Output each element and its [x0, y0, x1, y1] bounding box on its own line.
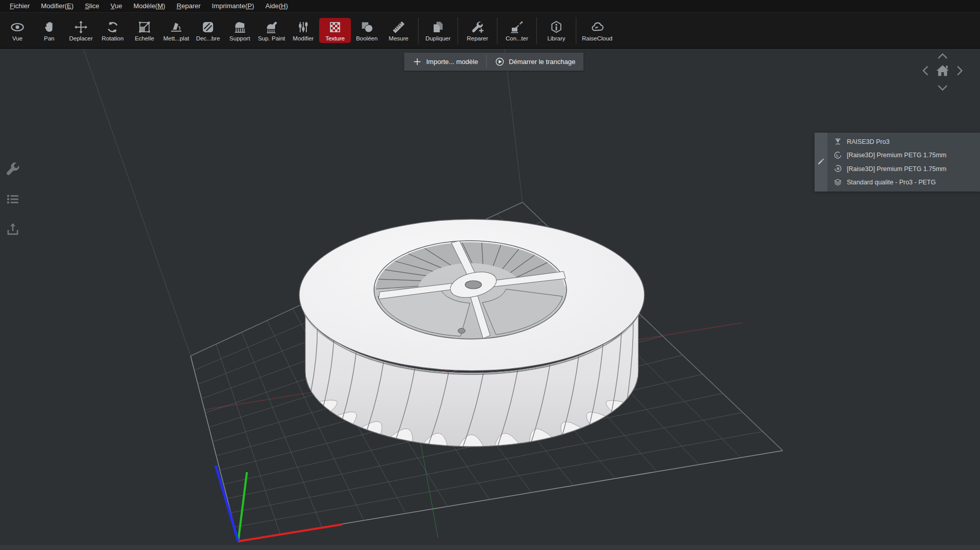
move-icon [74, 20, 88, 34]
list-icon [5, 192, 20, 207]
menu-vue[interactable]: Vue [105, 0, 128, 12]
toolbar-separator [576, 17, 576, 44]
toolbar-separator [418, 17, 419, 44]
printer-panel-row-raise3d-pro3[interactable]: RAISE3D Pro3 [827, 135, 980, 148]
toolbar-separator [457, 17, 458, 44]
panel-edit-strip[interactable] [815, 133, 827, 192]
action-button-importe-mod-le[interactable]: Importe... modèle [404, 53, 486, 71]
eye-icon [10, 20, 25, 34]
pencil-icon [817, 157, 825, 165]
svg-text:L: L [836, 154, 839, 157]
menu-slice[interactable]: Slice [79, 0, 105, 12]
duplicate-icon [431, 20, 445, 34]
toolbar-item-reparer[interactable]: Reparer [462, 18, 493, 43]
toolbar-item-vue[interactable]: Vue [2, 18, 33, 43]
toolbar-item-dec-bre[interactable]: Dec...bre [192, 18, 224, 43]
view-up-button[interactable] [936, 50, 949, 64]
menu-modele[interactable]: Modèle(M) [128, 0, 171, 12]
printer-panel-row-standard-qualite-pro3-petg[interactable]: Standard qualite - Pro3 - PETG [827, 176, 980, 189]
wrench-icon [5, 161, 20, 177]
action-button-d-marrer-le-tranchage[interactable]: Démarrer le tranchage [487, 53, 583, 71]
menu-fichier[interactable]: Fichier [4, 0, 35, 12]
viewport-canvas[interactable] [0, 49, 980, 545]
extruder-left-icon: L [833, 151, 842, 160]
chevron-left-icon [920, 64, 933, 77]
left-tool-settings[interactable] [5, 161, 20, 177]
wrench-plus-icon [470, 20, 485, 34]
chevron-right-icon [952, 64, 966, 77]
printer-panel-row-raise3d-premium-petg-1-75mm[interactable]: L[Raise3D] Premium PETG 1.75mm [827, 149, 980, 162]
toolbar-item-support[interactable]: Support [224, 18, 256, 43]
home-icon [934, 62, 951, 79]
rotate-icon [106, 20, 120, 34]
toolbar-item-mesure[interactable]: Mesure [383, 18, 414, 43]
upload-icon [5, 222, 20, 237]
view-right-button[interactable] [952, 64, 966, 77]
viewport: Importe... modèleDémarrer le tranchage R… [0, 49, 980, 545]
main-toolbar: VuePanDeplacerRotationEchelleMett...plat… [0, 13, 980, 49]
toolbar-item-library[interactable]: Library [540, 18, 572, 43]
chevron-up-icon [936, 50, 949, 64]
left-tool-model-list[interactable] [5, 192, 20, 207]
sliders-icon [296, 20, 310, 34]
view-down-button[interactable] [936, 80, 949, 94]
ruler-icon [391, 20, 406, 34]
viewport-action-bar: Importe... modèleDémarrer le tranchage [404, 53, 583, 71]
toolbar-item-deplacer[interactable]: Deplacer [65, 18, 97, 43]
cloud-icon [590, 20, 604, 34]
ideamaker-window: FichierModifier(E)SliceVueModèle(M)Repar… [0, 0, 980, 550]
toolbar-item-sup-paint[interactable]: Sup. Paint [256, 18, 287, 43]
chevron-down-icon [936, 80, 949, 94]
toolbar-item-rotation[interactable]: Rotation [97, 18, 129, 43]
toolbar-item-bool-en[interactable]: Booléen [351, 18, 383, 43]
split-icon [201, 20, 215, 34]
library-icon [549, 20, 564, 34]
view-left-button[interactable] [920, 64, 933, 77]
extruder-right-icon: R [833, 164, 842, 173]
left-tool-export[interactable] [5, 222, 20, 237]
printer-settings-panel: RAISE3D Pro3L[Raise3D] Premium PETG 1.75… [815, 133, 980, 192]
printer-settings-rows: RAISE3D Pro3L[Raise3D] Premium PETG 1.75… [827, 133, 980, 192]
toolbar-item-dupliquer[interactable]: Dupliquer [422, 18, 454, 43]
toolbar-separator [497, 17, 497, 44]
scale-icon [137, 20, 152, 34]
support-paint-icon [264, 20, 279, 34]
status-bar [0, 545, 980, 550]
printer-panel-row-raise3d-premium-petg-1-75mm[interactable]: R[Raise3D] Premium PETG 1.75mm [827, 162, 980, 175]
toolbar-item-pan[interactable]: Pan [33, 18, 65, 43]
lay-flat-icon [169, 20, 183, 34]
left-tool-strip [5, 161, 20, 237]
printer-icon [833, 137, 842, 146]
toolbar-separator [536, 17, 537, 44]
pencil-icon [817, 157, 825, 167]
plus-icon [412, 57, 422, 67]
menu-bar: FichierModifier(E)SliceVueModèle(M)Repar… [0, 0, 980, 13]
layers-icon [833, 178, 842, 187]
boolean-icon [360, 20, 374, 34]
toolbar-item-texture[interactable]: Texture [319, 18, 351, 43]
connect-icon [510, 20, 524, 34]
menu-reparer[interactable]: Reparer [171, 0, 206, 12]
toolbar-item-echelle[interactable]: Echelle [129, 18, 160, 43]
toolbar-item-raisecloud[interactable]: RaiseCloud [580, 18, 614, 43]
hand-icon [42, 20, 56, 34]
toolbar-item-con-ter[interactable]: Con...ter [501, 18, 533, 43]
toolbar-item-modifier[interactable]: Modifier [287, 18, 319, 43]
menu-aide[interactable]: Aide(H) [260, 0, 294, 12]
texture-icon [328, 20, 342, 34]
menu-modifier[interactable]: Modifier(E) [35, 0, 79, 12]
svg-text:R: R [837, 167, 840, 171]
menu-imprimante[interactable]: Imprimante(P) [206, 0, 260, 12]
support-icon [233, 20, 247, 34]
view-home-button[interactable] [934, 62, 951, 79]
toolbar-item-mett-plat[interactable]: Mett...plat [160, 18, 192, 43]
play-icon [495, 57, 505, 67]
model-impeller [299, 219, 644, 447]
